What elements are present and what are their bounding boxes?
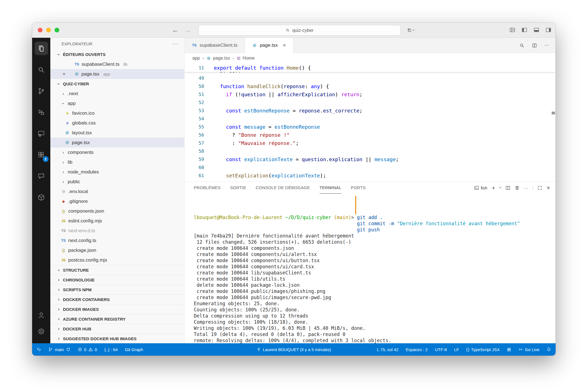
toggle-primary-sidebar[interactable]: [522, 27, 527, 33]
zoom-window-button[interactable]: [55, 28, 59, 32]
status-metrics[interactable]: {..} : 64: [104, 347, 118, 352]
more-terminal-actions[interactable]: ···: [524, 185, 528, 190]
status-encoding[interactable]: UTF-8: [435, 347, 447, 352]
scrollbar-mark[interactable]: [552, 112, 555, 114]
terminal-line: Writing objects: 100% (19/19), 6.03 MiB …: [194, 325, 556, 331]
section-suggested-docker-hub-images[interactable]: ›SUGGESTED DOCKER HUB IMAGES: [50, 333, 184, 343]
code-editor[interactable]: 11export default function Home() { 48 },…: [185, 64, 556, 182]
tree-item--next[interactable]: ›.next: [50, 89, 184, 98]
tree-item-app[interactable]: ›app: [50, 98, 184, 108]
tree-item-public[interactable]: ›public: [50, 177, 184, 187]
terminal-picker[interactable]: ›: [500, 185, 501, 190]
toggle-secondary-sidebar[interactable]: [546, 27, 551, 33]
panel-tab-terminal[interactable]: TERMINAL: [320, 182, 341, 194]
toggle-panel[interactable]: [534, 27, 539, 33]
activity-settings[interactable]: [35, 325, 48, 338]
section-docker-containers[interactable]: ›DOCKER CONTAINERS: [50, 294, 184, 304]
chat-icon: [37, 172, 45, 180]
close-panel[interactable]: ×: [547, 185, 550, 191]
activity-remote-explorer[interactable]: [35, 127, 48, 140]
tree-item-postcss-config-mjs[interactable]: JSpostcss.config.mjs: [50, 255, 184, 265]
chevron-down-icon: ›: [56, 82, 62, 86]
activity-search[interactable]: [35, 63, 48, 76]
activity-chat[interactable]: [35, 169, 48, 183]
tree-item-layout-tsx[interactable]: layout.tsx: [50, 128, 184, 138]
status-notifications[interactable]: [547, 347, 551, 352]
more-actions-icon[interactable]: ···: [172, 41, 178, 47]
tree-item-page-tsx[interactable]: page.tsx: [50, 138, 184, 147]
status-go-live[interactable]: Go Live: [518, 347, 539, 352]
status-remote-indicator[interactable]: [37, 347, 41, 352]
tree-item--gitignore[interactable]: ◆.gitignore: [50, 196, 184, 206]
activity-extensions[interactable]: 2: [35, 148, 48, 161]
status-language-mode[interactable]: { }TypeScript JSX: [466, 347, 500, 352]
shell-selector[interactable]: fish: [474, 185, 487, 190]
tree-item-components[interactable]: ›components: [50, 147, 184, 157]
open-editor-page-tsx[interactable]: × page.tsxapp: [50, 69, 184, 79]
status-indentation[interactable]: Espaces : 2: [406, 347, 428, 352]
tree-item-next-env-d-ts[interactable]: TSnext-env.d.ts: [50, 226, 184, 236]
close-tab-icon[interactable]: ×: [283, 42, 286, 48]
panel-tab-probl-mes[interactable]: PROBLÈMES: [194, 182, 221, 194]
status-problems[interactable]: 00: [78, 347, 97, 352]
breadcrumb[interactable]: app›page.tsx›Home: [185, 53, 556, 64]
breadcrumb-home[interactable]: Home: [237, 56, 255, 61]
status-git-graph[interactable]: Git Graph: [125, 347, 143, 352]
tree-item-package-json[interactable]: {}package.json: [50, 245, 184, 255]
kill-terminal[interactable]: [515, 185, 519, 190]
terminal[interactable]: lbouquet@MacBook-Pro-de-Laurent ~/D/D/qu…: [185, 194, 556, 343]
panel-tab-console-de-d-bogage[interactable]: CONSOLE DE DÉBOGAGE: [256, 182, 310, 194]
panel-tab-sortie[interactable]: SORTIE: [230, 182, 246, 194]
activity-docker[interactable]: [35, 191, 48, 204]
activity-accounts[interactable]: [35, 308, 48, 322]
editor-layout-control[interactable]: ›: [407, 23, 415, 37]
breadcrumb-page-tsx[interactable]: page.tsx: [206, 56, 230, 61]
status-extension-grid[interactable]: [507, 347, 511, 352]
command-center[interactable]: quiz-cyber: [199, 25, 401, 36]
chevron-right-icon: ›: [56, 267, 61, 273]
tree-item-favicon-ico[interactable]: ★favicon.ico: [50, 108, 184, 118]
customize-layout[interactable]: [510, 27, 515, 33]
code-line: 55 const message = estBonneReponse: [185, 123, 556, 131]
tree-item-lib[interactable]: ›lib: [50, 157, 184, 167]
find[interactable]: [519, 43, 525, 48]
section-docker-hub[interactable]: ›DOCKER HUB: [50, 324, 184, 333]
open-editor-supabaseclient-ts[interactable]: TSsupabaseClient.tslib: [50, 59, 184, 69]
tree-item-eslint-config-mjs[interactable]: JSeslint.config.mjs: [50, 216, 184, 226]
tab-supabaseclient-ts[interactable]: TSsupabaseClient.ts: [185, 38, 245, 53]
activity-source-control[interactable]: [35, 84, 48, 98]
breadcrumb-app[interactable]: app: [192, 56, 200, 61]
close-window-button[interactable]: [38, 28, 42, 32]
status-gitlens-blame[interactable]: Laurent BOUQUET (Il y a 5 minutes): [257, 347, 331, 352]
nav-back[interactable]: ←: [172, 26, 178, 34]
status-branch[interactable]: main: [48, 347, 70, 352]
maximize-panel[interactable]: [537, 185, 542, 190]
section-structure[interactable]: ›STRUCTURE: [50, 265, 184, 275]
panel-tab-ports[interactable]: PORTS: [351, 182, 366, 194]
section-scripts-npm[interactable]: ›SCRIPTS NPM: [50, 285, 184, 294]
new-terminal[interactable]: +: [492, 185, 495, 191]
split-terminal[interactable]: [506, 185, 510, 190]
section-project[interactable]: › QUIZ-CYBER: [50, 79, 184, 89]
nav-forward[interactable]: →: [185, 26, 191, 34]
tree-item-components-json[interactable]: {}components.json: [50, 206, 184, 216]
tree-item-node-modules[interactable]: ›node_modules: [50, 167, 184, 177]
split-editor[interactable]: [532, 43, 537, 48]
debug-icon: [37, 108, 45, 116]
close-editor-icon[interactable]: ×: [63, 71, 72, 77]
section-chronologie[interactable]: ›CHRONOLOGIE: [50, 275, 184, 285]
minimize-window-button[interactable]: [46, 28, 51, 32]
terminal-line: create mode 100644 lib/supabaseClient.ts: [194, 270, 556, 276]
tree-item-next-config-ts[interactable]: TSnext.config.ts: [50, 236, 184, 245]
status-cursor-position[interactable]: L 75, col 42: [377, 347, 398, 352]
section-docker-images[interactable]: ›DOCKER IMAGES: [50, 304, 184, 314]
tab-page-tsx[interactable]: page.tsx×: [245, 38, 293, 53]
more-editor-actions[interactable]: ···: [544, 43, 549, 48]
tree-item--env-local[interactable]: .env.local: [50, 187, 184, 196]
activity-run-debug[interactable]: [35, 105, 48, 119]
activity-explorer[interactable]: [35, 42, 48, 55]
status-eol[interactable]: LF: [454, 347, 459, 352]
tree-item-globals-css[interactable]: #globals.css: [50, 118, 184, 128]
section-azure-container-registry[interactable]: ›AZURE CONTAINER REGISTRY: [50, 314, 184, 324]
section-open-editors[interactable]: › ÉDITEURS OUVERTS: [50, 50, 184, 59]
